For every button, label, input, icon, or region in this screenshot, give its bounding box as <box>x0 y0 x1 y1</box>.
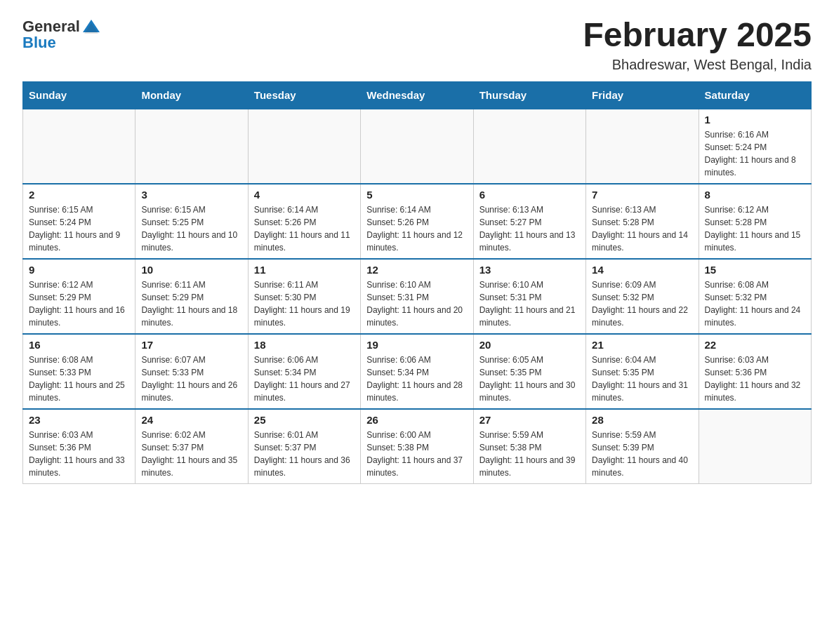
day-info: Sunrise: 6:02 AMSunset: 5:37 PMDaylight:… <box>141 429 241 479</box>
day-number: 10 <box>141 264 241 276</box>
calendar-cell: 6Sunrise: 6:13 AMSunset: 5:27 PMDaylight… <box>473 184 585 259</box>
calendar-week-row: 23Sunrise: 6:03 AMSunset: 5:36 PMDayligh… <box>23 409 812 484</box>
calendar-week-row: 16Sunrise: 6:08 AMSunset: 5:33 PMDayligh… <box>23 334 812 409</box>
day-number: 8 <box>705 189 805 201</box>
calendar-cell <box>361 109 473 184</box>
day-number: 21 <box>592 339 692 351</box>
day-info: Sunrise: 6:11 AMSunset: 5:30 PMDaylight:… <box>254 279 355 329</box>
calendar-cell: 9Sunrise: 6:12 AMSunset: 5:29 PMDaylight… <box>23 259 135 334</box>
day-info: Sunrise: 6:06 AMSunset: 5:34 PMDaylight:… <box>254 354 355 404</box>
calendar-cell: 27Sunrise: 5:59 AMSunset: 5:38 PMDayligh… <box>473 409 585 484</box>
calendar-cell: 23Sunrise: 6:03 AMSunset: 5:36 PMDayligh… <box>23 409 135 484</box>
calendar-week-row: 2Sunrise: 6:15 AMSunset: 5:24 PMDaylight… <box>23 184 812 259</box>
day-info: Sunrise: 6:09 AMSunset: 5:32 PMDaylight:… <box>592 279 692 329</box>
day-info: Sunrise: 6:07 AMSunset: 5:33 PMDaylight:… <box>141 354 241 404</box>
day-info: Sunrise: 6:13 AMSunset: 5:28 PMDaylight:… <box>592 203 692 254</box>
calendar-cell: 15Sunrise: 6:08 AMSunset: 5:32 PMDayligh… <box>699 259 811 334</box>
day-info: Sunrise: 6:15 AMSunset: 5:25 PMDaylight:… <box>141 203 241 254</box>
calendar-cell: 20Sunrise: 6:05 AMSunset: 5:35 PMDayligh… <box>473 334 585 409</box>
calendar-header-friday: Friday <box>586 81 699 109</box>
day-number: 11 <box>254 264 355 276</box>
page-title: February 2025 <box>583 17 812 54</box>
calendar-cell: 13Sunrise: 6:10 AMSunset: 5:31 PMDayligh… <box>473 259 585 334</box>
title-block: February 2025 Bhadreswar, West Bengal, I… <box>583 17 812 73</box>
day-number: 4 <box>254 189 355 201</box>
day-info: Sunrise: 6:04 AMSunset: 5:35 PMDaylight:… <box>592 354 692 404</box>
calendar-header-sunday: Sunday <box>23 81 135 109</box>
calendar-header-tuesday: Tuesday <box>248 81 360 109</box>
day-number: 18 <box>254 339 355 351</box>
calendar-week-row: 9Sunrise: 6:12 AMSunset: 5:29 PMDaylight… <box>23 259 812 334</box>
day-number: 14 <box>592 264 692 276</box>
day-number: 6 <box>479 189 580 201</box>
calendar-cell: 10Sunrise: 6:11 AMSunset: 5:29 PMDayligh… <box>135 259 248 334</box>
calendar-cell: 5Sunrise: 6:14 AMSunset: 5:26 PMDaylight… <box>361 184 473 259</box>
logo-icon <box>81 17 101 36</box>
calendar-cell: 22Sunrise: 6:03 AMSunset: 5:36 PMDayligh… <box>699 334 811 409</box>
calendar-cell: 16Sunrise: 6:08 AMSunset: 5:33 PMDayligh… <box>23 334 135 409</box>
day-info: Sunrise: 6:10 AMSunset: 5:31 PMDaylight:… <box>479 279 580 329</box>
calendar-cell: 7Sunrise: 6:13 AMSunset: 5:28 PMDaylight… <box>586 184 699 259</box>
day-number: 5 <box>366 189 467 201</box>
day-number: 20 <box>479 339 580 351</box>
calendar-cell: 4Sunrise: 6:14 AMSunset: 5:26 PMDaylight… <box>248 184 360 259</box>
calendar-cell: 26Sunrise: 6:00 AMSunset: 5:38 PMDayligh… <box>361 409 473 484</box>
day-number: 3 <box>141 189 241 201</box>
day-info: Sunrise: 6:03 AMSunset: 5:36 PMDaylight:… <box>29 429 129 479</box>
calendar-cell: 21Sunrise: 6:04 AMSunset: 5:35 PMDayligh… <box>586 334 699 409</box>
day-number: 19 <box>366 339 467 351</box>
day-number: 24 <box>141 414 241 426</box>
day-info: Sunrise: 6:14 AMSunset: 5:26 PMDaylight:… <box>254 203 355 254</box>
day-info: Sunrise: 5:59 AMSunset: 5:39 PMDaylight:… <box>592 429 692 479</box>
day-info: Sunrise: 6:12 AMSunset: 5:29 PMDaylight:… <box>29 279 129 329</box>
calendar-cell: 1Sunrise: 6:16 AMSunset: 5:24 PMDaylight… <box>699 109 811 184</box>
day-number: 15 <box>705 264 805 276</box>
header: General Blue February 2025 Bhadreswar, W… <box>22 17 812 73</box>
day-info: Sunrise: 6:00 AMSunset: 5:38 PMDaylight:… <box>366 429 467 479</box>
day-number: 17 <box>141 339 241 351</box>
day-info: Sunrise: 5:59 AMSunset: 5:38 PMDaylight:… <box>479 429 580 479</box>
calendar-cell: 8Sunrise: 6:12 AMSunset: 5:28 PMDaylight… <box>699 184 811 259</box>
calendar-header-wednesday: Wednesday <box>361 81 473 109</box>
day-info: Sunrise: 6:15 AMSunset: 5:24 PMDaylight:… <box>29 203 129 254</box>
calendar-cell: 18Sunrise: 6:06 AMSunset: 5:34 PMDayligh… <box>248 334 360 409</box>
calendar-cell: 28Sunrise: 5:59 AMSunset: 5:39 PMDayligh… <box>586 409 699 484</box>
calendar-cell: 3Sunrise: 6:15 AMSunset: 5:25 PMDaylight… <box>135 184 248 259</box>
calendar-header-thursday: Thursday <box>473 81 585 109</box>
calendar-cell <box>248 109 360 184</box>
day-info: Sunrise: 6:10 AMSunset: 5:31 PMDaylight:… <box>366 279 467 329</box>
day-info: Sunrise: 6:05 AMSunset: 5:35 PMDaylight:… <box>479 354 580 404</box>
calendar-cell: 14Sunrise: 6:09 AMSunset: 5:32 PMDayligh… <box>586 259 699 334</box>
logo-blue-text: Blue <box>22 34 56 52</box>
calendar: SundayMondayTuesdayWednesdayThursdayFrid… <box>22 81 812 484</box>
calendar-cell: 2Sunrise: 6:15 AMSunset: 5:24 PMDaylight… <box>23 184 135 259</box>
calendar-header-monday: Monday <box>135 81 248 109</box>
day-number: 12 <box>366 264 467 276</box>
calendar-cell: 25Sunrise: 6:01 AMSunset: 5:37 PMDayligh… <box>248 409 360 484</box>
subtitle: Bhadreswar, West Bengal, India <box>583 57 812 73</box>
day-number: 28 <box>592 414 692 426</box>
day-info: Sunrise: 6:08 AMSunset: 5:32 PMDaylight:… <box>705 279 805 329</box>
day-number: 22 <box>705 339 805 351</box>
day-info: Sunrise: 6:06 AMSunset: 5:34 PMDaylight:… <box>366 354 467 404</box>
calendar-header-saturday: Saturday <box>699 81 811 109</box>
calendar-cell: 12Sunrise: 6:10 AMSunset: 5:31 PMDayligh… <box>361 259 473 334</box>
day-number: 25 <box>254 414 355 426</box>
day-number: 27 <box>479 414 580 426</box>
calendar-cell <box>586 109 699 184</box>
calendar-cell <box>473 109 585 184</box>
calendar-cell <box>699 409 811 484</box>
day-number: 13 <box>479 264 580 276</box>
day-number: 2 <box>29 189 129 201</box>
logo: General Blue <box>22 17 101 52</box>
day-number: 1 <box>705 114 805 126</box>
day-info: Sunrise: 6:16 AMSunset: 5:24 PMDaylight:… <box>705 128 805 179</box>
day-info: Sunrise: 6:03 AMSunset: 5:36 PMDaylight:… <box>705 354 805 404</box>
calendar-cell: 17Sunrise: 6:07 AMSunset: 5:33 PMDayligh… <box>135 334 248 409</box>
day-info: Sunrise: 6:11 AMSunset: 5:29 PMDaylight:… <box>141 279 241 329</box>
calendar-cell <box>135 109 248 184</box>
calendar-cell: 19Sunrise: 6:06 AMSunset: 5:34 PMDayligh… <box>361 334 473 409</box>
day-info: Sunrise: 6:01 AMSunset: 5:37 PMDaylight:… <box>254 429 355 479</box>
calendar-header-row: SundayMondayTuesdayWednesdayThursdayFrid… <box>23 81 812 109</box>
calendar-week-row: 1Sunrise: 6:16 AMSunset: 5:24 PMDaylight… <box>23 109 812 184</box>
